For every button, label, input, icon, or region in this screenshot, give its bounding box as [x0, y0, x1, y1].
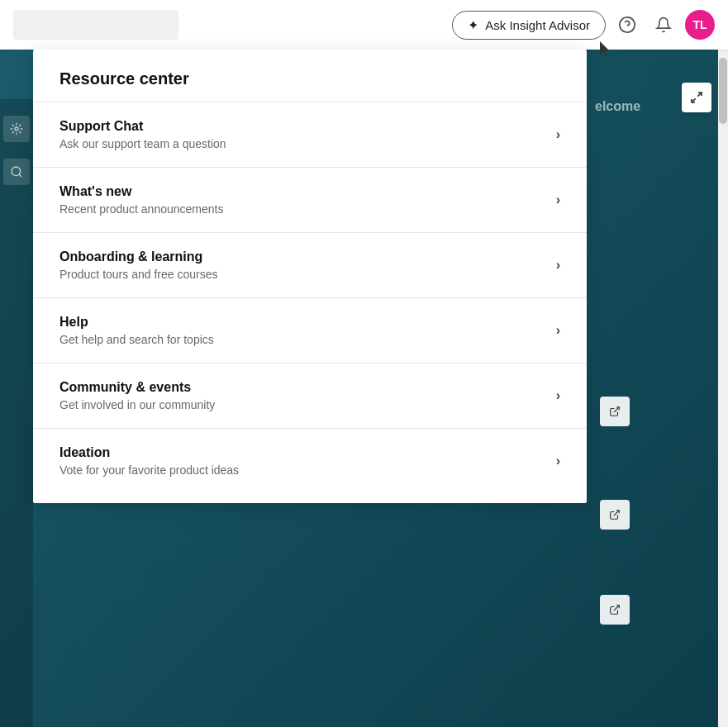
resource-item-title-community-events: Community & events — [59, 380, 215, 395]
resource-item-content-ideation: Ideation Vote for your favorite product … — [59, 445, 239, 477]
resource-item-title-whats-new: What's new — [59, 184, 223, 199]
svg-line-4 — [19, 174, 21, 177]
sidebar-icon-2[interactable] — [3, 159, 30, 185]
scrollbar[interactable] — [718, 50, 728, 727]
bg-welcome-text: elcome — [595, 99, 640, 114]
resource-item-help[interactable]: Help Get help and search for topics › — [33, 298, 587, 364]
resource-item-title-ideation: Ideation — [59, 445, 239, 460]
svg-line-7 — [614, 606, 619, 611]
ask-insight-button[interactable]: ✦ Ask Insight Advisor — [452, 11, 606, 40]
sparkle-icon: ✦ — [468, 17, 478, 33]
bell-icon-button[interactable] — [649, 10, 678, 40]
resource-item-desc-onboarding-learning: Product tours and free courses — [59, 268, 217, 281]
sidebar-icon-1[interactable] — [3, 116, 30, 142]
chevron-right-icon-support-chat: › — [556, 127, 560, 142]
chevron-right-icon-whats-new: › — [556, 192, 560, 207]
resource-item-community-events[interactable]: Community & events Get involved in our c… — [33, 364, 587, 429]
topbar-left-area — [13, 10, 178, 40]
ext-link-btn-3[interactable] — [600, 595, 630, 625]
help-icon-button[interactable] — [612, 10, 642, 40]
svg-line-5 — [614, 407, 619, 412]
resource-item-title-onboarding-learning: Onboarding & learning — [59, 249, 217, 264]
resource-item-title-support-chat: Support Chat — [59, 119, 226, 134]
ext-link-btn-2[interactable] — [600, 500, 630, 530]
resource-item-onboarding-learning[interactable]: Onboarding & learning Product tours and … — [33, 233, 587, 298]
chevron-right-icon-ideation: › — [556, 454, 560, 468]
resource-item-content-community-events: Community & events Get involved in our c… — [59, 380, 215, 411]
user-avatar[interactable]: TL — [685, 10, 715, 40]
svg-line-6 — [614, 511, 619, 516]
ask-insight-label: Ask Insight Advisor — [485, 18, 590, 32]
topbar: ✦ Ask Insight Advisor TL — [0, 0, 728, 50]
resource-items-list: Support Chat Ask our support team a ques… — [33, 102, 587, 493]
resource-center-panel: Resource center Support Chat Ask our sup… — [33, 50, 587, 503]
resource-item-desc-community-events: Get involved in our community — [59, 398, 215, 411]
resource-item-support-chat[interactable]: Support Chat Ask our support team a ques… — [33, 102, 587, 168]
svg-point-2 — [15, 127, 18, 131]
resource-center-title: Resource center — [33, 50, 587, 102]
resource-item-content-onboarding-learning: Onboarding & learning Product tours and … — [59, 249, 217, 281]
chevron-right-icon-community-events: › — [556, 388, 560, 403]
chevron-right-icon-help: › — [556, 323, 560, 338]
resource-item-desc-support-chat: Ask our support team a question — [59, 137, 226, 150]
resource-item-whats-new[interactable]: What's new Recent product announcements … — [33, 168, 587, 233]
resource-item-desc-whats-new: Recent product announcements — [59, 202, 223, 216]
resource-item-content-support-chat: Support Chat Ask our support team a ques… — [59, 119, 226, 150]
scrollbar-thumb[interactable] — [719, 58, 727, 124]
chevron-right-icon-onboarding-learning: › — [556, 258, 560, 273]
resource-item-desc-ideation: Vote for your favorite product ideas — [59, 463, 239, 477]
collapse-button[interactable] — [682, 83, 711, 112]
svg-point-3 — [12, 167, 21, 176]
ext-link-btn-1[interactable] — [600, 397, 630, 426]
resource-item-desc-help: Get help and search for topics — [59, 333, 214, 346]
resource-item-content-whats-new: What's new Recent product announcements — [59, 184, 223, 216]
sidebar — [0, 99, 33, 727]
resource-item-ideation[interactable]: Ideation Vote for your favorite product … — [33, 429, 587, 493]
resource-item-title-help: Help — [59, 315, 214, 330]
resource-item-content-help: Help Get help and search for topics — [59, 315, 214, 346]
